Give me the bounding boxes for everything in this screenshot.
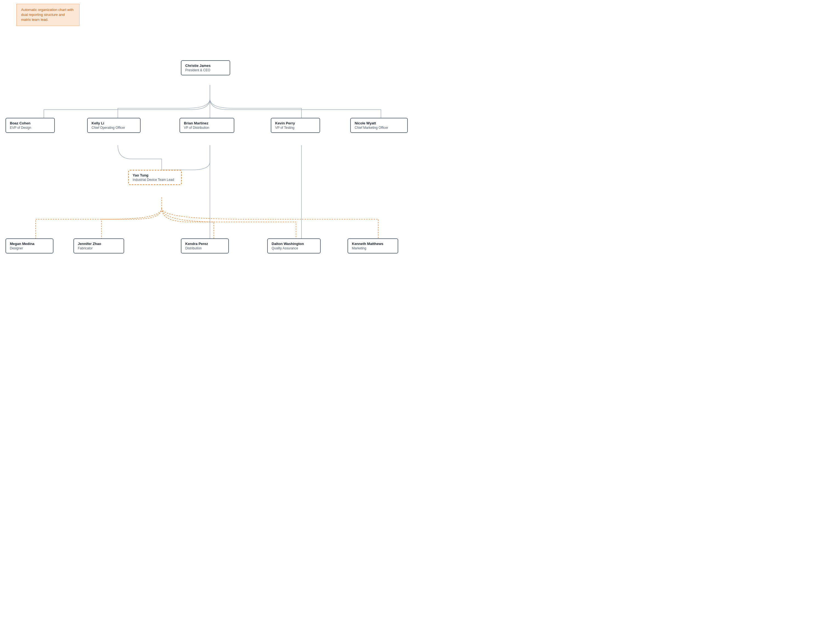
node-yao-name: Yao Tung	[133, 173, 177, 177]
node-boaz-title: EVP of Design	[10, 126, 51, 129]
node-kenneth[interactable]: Kenneth Matthews Marketing	[347, 238, 398, 253]
org-connections	[0, 0, 420, 315]
node-brian[interactable]: Brian Martinez VP of Distribution	[180, 118, 234, 133]
node-kevin[interactable]: Kevin Perry VP of Testing	[271, 118, 320, 133]
node-kendra[interactable]: Kendra Perez Distribution	[181, 238, 229, 253]
node-jennifer-name: Jennifer Zhao	[78, 242, 120, 246]
node-dalton-name: Dalton Washington	[272, 242, 316, 246]
node-megan-name: Megan Medina	[10, 242, 49, 246]
node-ceo[interactable]: Christie James President & CEO	[181, 60, 230, 75]
node-jennifer-title: Fabricator	[78, 246, 120, 250]
node-yao-title: Industrial Device Team Lead	[133, 178, 177, 182]
node-yao[interactable]: Yao Tung Industrial Device Team Lead	[128, 170, 182, 185]
node-boaz[interactable]: Boaz Cohen EVP of Design	[5, 118, 55, 133]
node-brian-name: Brian Martinez	[184, 121, 230, 125]
node-kenneth-title: Marketing	[352, 246, 394, 250]
node-kevin-title: VP of Testing	[275, 126, 316, 129]
node-brian-title: VP of Distribution	[184, 126, 230, 129]
node-kelly[interactable]: Kelly Li Chief Operating Officer	[87, 118, 141, 133]
node-nicole[interactable]: Nicole Wyatt Chief Marketing Officer	[350, 118, 408, 133]
annotation-box: Automatic organization chart with dual r…	[16, 4, 79, 26]
node-ceo-name: Christie James	[185, 63, 226, 68]
node-megan-title: Designer	[10, 246, 49, 250]
node-kevin-name: Kevin Perry	[275, 121, 316, 125]
node-kelly-title: Chief Operating Officer	[92, 126, 136, 129]
node-megan[interactable]: Megan Medina Designer	[5, 238, 54, 253]
node-kenneth-name: Kenneth Matthews	[352, 242, 394, 246]
node-kendra-title: Distribution	[185, 246, 224, 250]
node-dalton[interactable]: Dalton Washington Quality Assurance	[267, 238, 321, 253]
node-dalton-title: Quality Assurance	[272, 246, 316, 250]
node-nicole-title: Chief Marketing Officer	[355, 126, 403, 129]
node-jennifer[interactable]: Jennifer Zhao Fabricator	[73, 238, 124, 253]
node-nicole-name: Nicole Wyatt	[355, 121, 403, 125]
node-kendra-name: Kendra Perez	[185, 242, 224, 246]
annotation-text: Automatic organization chart with dual r…	[21, 8, 73, 22]
node-ceo-title: President & CEO	[185, 68, 226, 72]
node-kelly-name: Kelly Li	[92, 121, 136, 125]
node-boaz-name: Boaz Cohen	[10, 121, 51, 125]
